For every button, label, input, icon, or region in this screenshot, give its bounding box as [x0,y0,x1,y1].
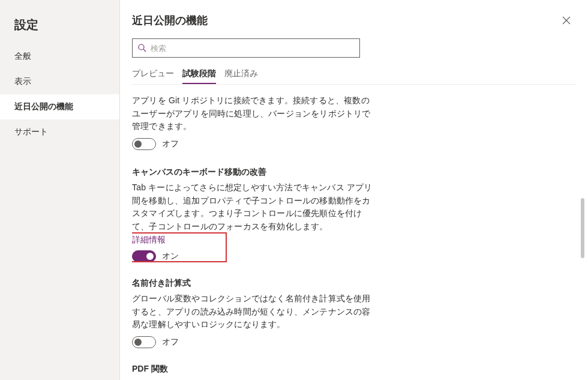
scrollbar-thumb[interactable] [581,198,584,258]
settings-sidebar: 設定 全般 表示 近日公開の機能 サポート [0,0,120,380]
close-button[interactable] [557,11,576,30]
toggle-git[interactable] [132,138,156,150]
feature-desc: アプリを Git リポジトリに接続できます。接続すると、複数のユーザーがアプリを… [132,94,374,133]
feature-desc: グローバル変数やコレクションではなく名前付き計算式を使用すると、アプリの読み込み… [132,292,374,331]
close-icon [562,16,571,25]
toggle-named-formulas[interactable] [132,336,156,348]
main-panel: 近日公開の機能 プレビュー 試験段階 廃止済み アプリを Git リポジトリに接… [120,0,588,380]
feature-keyboard-nav: キャンバスのキーボード移動の改善 Tab キーによってさらに想定しやすい方法でキ… [132,155,374,267]
feature-desc: Tab キーによってさらに想定しやすい方法でキャンバス アプリ間を移動し、追加プ… [132,181,374,234]
sidebar-item-upcoming-features[interactable]: 近日公開の機能 [0,94,119,119]
svg-point-0 [139,44,144,50]
search-icon [137,43,147,53]
feature-named-formulas: 名前付き計算式 グローバル変数やコレクションではなく名前付き計算式を使用すると、… [132,267,374,353]
tab-retired[interactable]: 廃止済み [224,66,258,84]
tabs: プレビュー 試験段階 廃止済み [120,58,588,84]
toggle-label: オフ [162,337,179,348]
tab-experimental[interactable]: 試験段階 [182,66,216,84]
feature-git: アプリを Git リポジトリに接続できます。接続すると、複数のユーザーがアプリを… [132,87,374,155]
svg-line-1 [143,49,146,52]
feature-title: PDF 関数 [132,364,374,375]
feature-title-cutoff [132,85,374,91]
toggle-label: オン [162,251,179,262]
page-title: 近日公開の機能 [132,13,557,28]
feature-title: キャンバスのキーボード移動の改善 [132,167,374,178]
features-scroll-area[interactable]: アプリを Git リポジトリに接続できます。接続すると、複数のユーザーがアプリを… [132,85,378,380]
toggle-keyboard-nav[interactable] [132,250,156,262]
sidebar-item-support[interactable]: サポート [0,119,119,145]
feature-pdf: PDF 関数 [132,353,374,380]
toggle-label: オフ [162,139,179,149]
feature-more-info-link[interactable]: 詳細情報 [132,235,166,246]
search-box[interactable] [132,38,360,58]
feature-title: 名前付き計算式 [132,278,374,289]
sidebar-item-general[interactable]: 全般 [0,44,119,69]
search-input[interactable] [151,44,355,53]
sidebar-item-display[interactable]: 表示 [0,69,119,94]
tab-preview[interactable]: プレビュー [132,66,174,84]
sidebar-title: 設定 [0,11,119,44]
